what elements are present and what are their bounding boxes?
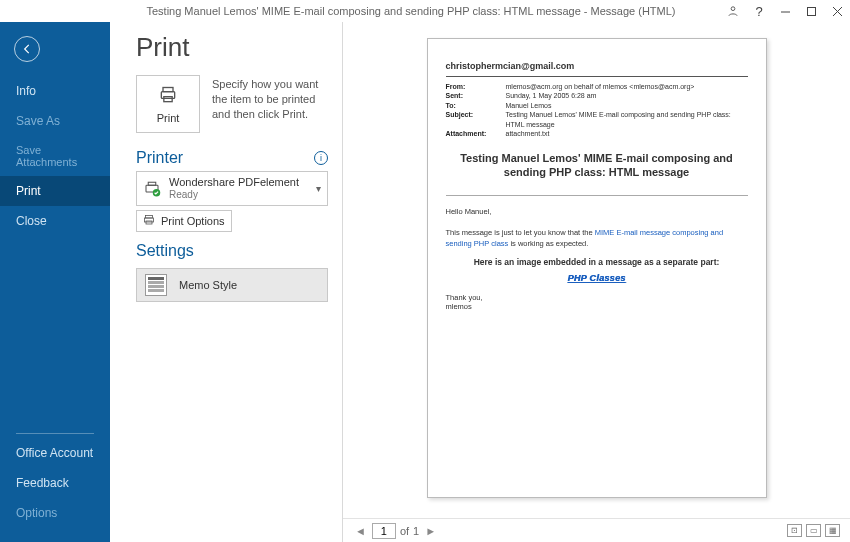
preview-body-pre: This message is just to let you know tha… — [446, 228, 595, 237]
header-subject-value: Testing Manuel Lemos' MIME E-mail compos… — [506, 110, 748, 129]
next-page-button[interactable]: ► — [423, 525, 438, 537]
preview-body-divider — [446, 195, 748, 196]
prev-page-button[interactable]: ◄ — [353, 525, 368, 537]
chevron-down-icon: ▾ — [316, 183, 321, 194]
pager-total: 1 — [413, 525, 419, 537]
print-options-icon — [143, 214, 155, 228]
svg-rect-2 — [807, 7, 815, 15]
svg-rect-13 — [146, 221, 152, 224]
preview-body-post: is working as expected. — [508, 239, 588, 248]
printer-heading: Printer — [136, 149, 183, 167]
header-sent-key: Sent: — [446, 91, 506, 100]
preview-subhead: Here is an image embedded in a message a… — [446, 257, 748, 267]
preview-thanks: Thank you, — [446, 293, 483, 302]
header-attachment-value: attachment.txt — [506, 129, 748, 138]
header-subject-key: Subject: — [446, 110, 506, 129]
preview-recipient: christophermcian@gmail.com — [446, 61, 748, 71]
header-to-value: Manuel Lemos — [506, 101, 748, 110]
header-attachment-key: Attachment: — [446, 129, 506, 138]
print-controls-panel: Print Print Specify how you want the ite… — [110, 22, 342, 542]
minimize-button[interactable] — [778, 4, 792, 18]
help-icon[interactable]: ? — [752, 4, 766, 18]
svg-point-0 — [731, 7, 735, 11]
backstage-sidebar: Info Save As Save Attachments Print Clos… — [0, 22, 110, 542]
print-description: Specify how you want the item to be prin… — [212, 75, 328, 133]
settings-heading: Settings — [136, 242, 194, 260]
actual-size-icon[interactable]: ⊡ — [787, 524, 802, 537]
preview-page: christophermcian@gmail.com From:mlemos@a… — [427, 38, 767, 498]
print-button-label: Print — [157, 112, 180, 124]
printer-selector[interactable]: Wondershare PDFelement Ready ▾ — [136, 171, 328, 206]
printer-icon — [156, 85, 180, 108]
one-page-icon[interactable]: ▭ — [806, 524, 821, 537]
sidebar-item-office-account[interactable]: Office Account — [0, 438, 110, 468]
back-button[interactable] — [14, 36, 40, 62]
header-sent-value: Sunday, 1 May 2005 6:28 am — [506, 91, 748, 100]
sidebar-divider — [16, 433, 94, 434]
close-button[interactable] — [830, 4, 844, 18]
printer-status: Ready — [169, 189, 308, 201]
svg-rect-9 — [148, 182, 156, 185]
sidebar-item-save-attachments[interactable]: Save Attachments — [0, 136, 110, 176]
preview-greeting: Hello Manuel, — [446, 207, 492, 216]
print-style-label: Memo Style — [179, 279, 237, 291]
printer-info-icon[interactable]: i — [314, 151, 328, 165]
preview-signature: mlemos — [446, 302, 472, 311]
header-to-key: To: — [446, 101, 506, 110]
maximize-button[interactable] — [804, 4, 818, 18]
svg-rect-7 — [164, 96, 172, 101]
printer-name: Wondershare PDFelement — [169, 176, 308, 189]
printer-ready-icon — [143, 180, 161, 198]
window-title: Testing Manuel Lemos' MIME E-mail compos… — [96, 5, 726, 17]
page-number-input[interactable] — [372, 523, 396, 539]
preview-divider — [446, 76, 748, 77]
sidebar-item-options[interactable]: Options — [0, 498, 110, 528]
account-icon[interactable] — [726, 4, 740, 18]
sidebar-item-print[interactable]: Print — [0, 176, 110, 206]
print-options-label: Print Options — [161, 215, 225, 227]
header-from-key: From: — [446, 82, 506, 91]
pager-of-label: of — [400, 525, 409, 537]
print-style-selector[interactable]: Memo Style — [136, 268, 328, 302]
print-preview-area: christophermcian@gmail.com From:mlemos@a… — [343, 22, 850, 518]
sidebar-item-close[interactable]: Close — [0, 206, 110, 236]
sidebar-item-save-as[interactable]: Save As — [0, 106, 110, 136]
sidebar-item-info[interactable]: Info — [0, 76, 110, 106]
page-title: Print — [136, 32, 328, 63]
preview-message-title: Testing Manuel Lemos' MIME E-mail compos… — [450, 151, 744, 181]
preview-embedded-logo: PHP Classes — [446, 273, 748, 283]
print-button[interactable]: Print — [136, 75, 200, 133]
window-titlebar: Testing Manuel Lemos' MIME E-mail compos… — [0, 0, 850, 22]
sidebar-item-feedback[interactable]: Feedback — [0, 468, 110, 498]
multi-page-icon[interactable]: ▦ — [825, 524, 840, 537]
header-from-value: mlemos@acm.org on behalf of mlemos <mlem… — [506, 82, 748, 91]
print-options-button[interactable]: Print Options — [136, 210, 232, 232]
memo-style-icon — [145, 274, 167, 296]
preview-pager: ◄ of 1 ► ⊡ ▭ ▦ — [343, 518, 850, 542]
